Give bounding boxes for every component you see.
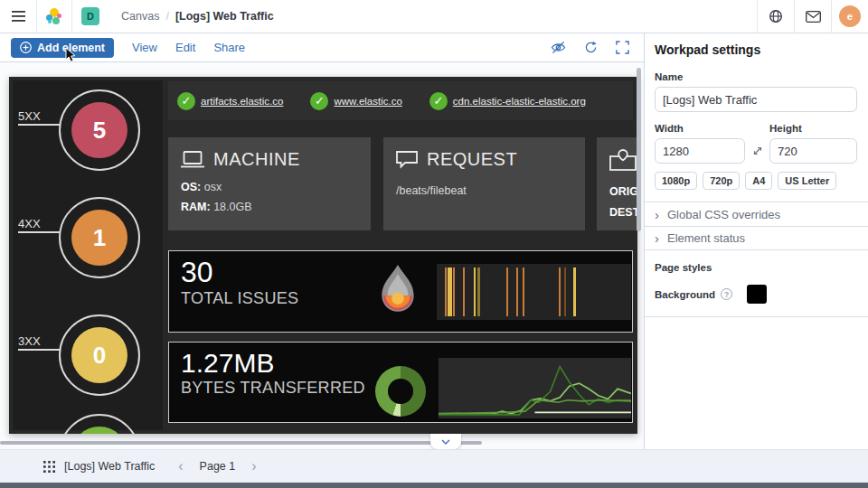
check-circle-icon: ✓ (310, 92, 328, 110)
request-path: /beats/filebeat (396, 182, 572, 202)
request-title: REQUEST (427, 149, 517, 170)
page-manager-bar: [Logs] Web Traffic ‹ Page 1 › (0, 449, 868, 483)
width-input[interactable] (655, 138, 745, 164)
flame-icon (379, 265, 417, 315)
preset-a4-button[interactable]: A4 (745, 172, 772, 190)
height-input[interactable] (769, 138, 857, 164)
check-circle-icon: ✓ (429, 92, 448, 110)
previous-page-button[interactable]: ‹ (178, 459, 183, 474)
width-label: Width (655, 123, 769, 134)
mail-icon (806, 11, 821, 23)
gauge-4xx[interactable]: 1 (71, 210, 127, 266)
breadcrumb-canvas-link[interactable]: Canvas (121, 10, 159, 23)
global-css-overrides-accordion[interactable]: › Global CSS overrides (645, 202, 868, 226)
background-setting-row: Background ? (655, 285, 857, 304)
horizontal-scrollbar-thumb[interactable] (0, 441, 482, 445)
check-circle-icon: ✓ (177, 92, 195, 110)
preset-1080p-button[interactable]: 1080p (655, 172, 697, 190)
preset-720p-button[interactable]: 720p (703, 172, 740, 190)
domain-label: artifacts.elastic.co (201, 96, 283, 107)
domain-badge[interactable]: ✓ www.elastic.co (310, 92, 401, 110)
menu-edit[interactable]: Edit (175, 41, 195, 54)
workpad-name-input[interactable] (655, 87, 857, 112)
window-bottom-strip (0, 483, 868, 488)
toolbar-collapse-tab[interactable] (430, 434, 461, 449)
total-issues-panel[interactable]: 30 TOTAL ISSUES (168, 250, 633, 333)
gauge-3xx[interactable]: 0 (71, 327, 127, 383)
canvas-toolbar: Add element View Edit Share (0, 33, 644, 62)
sidebar-divider (645, 316, 868, 317)
toolbar-right-icons (551, 41, 629, 54)
total-issues-label: TOTAL ISSUES (181, 289, 298, 308)
domain-badge[interactable]: ✓ artifacts.elastic.co (177, 92, 283, 110)
menu-share[interactable]: Share (213, 41, 245, 54)
space-switcher-button[interactable]: D (72, 0, 108, 33)
bytes-donut-chart (375, 366, 426, 417)
refresh-button[interactable] (584, 41, 598, 54)
gauge-label-5xx: 5XX (18, 109, 61, 126)
settings-accordions: › Global CSS overrides › Element status (655, 202, 857, 250)
vertical-scrollbar-thumb[interactable] (637, 68, 641, 231)
machine-title: MACHINE (213, 149, 300, 170)
bytes-metric: 1.27MB BYTES TRANSFERRED (181, 348, 365, 398)
workpad-settings-panel: Workpad settings Name Width Height 1080p… (644, 33, 868, 449)
swap-dimensions-button[interactable] (745, 145, 769, 156)
domain-status-strip: ✓ artifacts.elastic.co ✓ www.elastic.co … (168, 81, 633, 120)
canvas-workspace: 5XX 5 4XX 1 3XX 0 ✓ artifacts.elastic.co… (0, 62, 644, 449)
workpad-page[interactable]: 5XX 5 4XX 1 3XX 0 ✓ artifacts.elastic.co… (9, 77, 637, 434)
bytes-value: 1.27MB (181, 348, 365, 378)
globe-icon (769, 9, 783, 23)
elastic-logo-icon (46, 8, 62, 24)
name-label: Name (655, 71, 857, 82)
geo-panel[interactable]: ORIG DEST (597, 137, 637, 230)
add-element-button[interactable]: Add element (11, 38, 114, 58)
mouse-cursor (65, 47, 77, 63)
global-css-overrides-label: Global CSS overrides (667, 208, 780, 221)
gauge-5xx[interactable]: 5 (71, 102, 127, 158)
mail-button[interactable] (795, 0, 831, 33)
geo-labels: ORIG DEST (609, 182, 637, 222)
element-status-accordion[interactable]: › Element status (645, 226, 868, 250)
bytes-label: BYTES TRANSFERRED (181, 379, 365, 398)
breadcrumb-current-page: [Logs] Web Traffic (175, 10, 274, 23)
user-avatar-button[interactable]: e (832, 0, 868, 33)
dimension-inputs (655, 138, 857, 164)
breadcrumb-separator: / (165, 10, 168, 23)
menu-view[interactable]: View (132, 41, 157, 54)
swap-arrows-icon (752, 145, 763, 156)
laptop-icon (181, 151, 204, 168)
chevron-right-icon: › (655, 208, 659, 221)
elastic-logo-button[interactable] (37, 0, 71, 33)
element-status-label: Element status (667, 231, 745, 245)
background-label: Background (655, 289, 715, 300)
preset-us-letter-button[interactable]: US Letter (778, 172, 836, 190)
current-page-label[interactable]: Page 1 (200, 460, 236, 473)
globe-menu-button[interactable] (758, 0, 794, 33)
dimension-labels: Width Height (655, 123, 857, 134)
hamburger-menu-button[interactable] (0, 0, 36, 33)
map-pin-icon (609, 149, 637, 171)
domain-label: cdn.elastic-elastic-elastic.org (453, 96, 586, 107)
page-styles-title: Page styles (655, 262, 857, 273)
total-issues-metric: 30 TOTAL ISSUES (181, 257, 298, 308)
background-color-swatch[interactable] (747, 285, 767, 304)
gauge-label-3xx: 3XX (18, 334, 61, 351)
bytes-transferred-panel[interactable]: 1.27MB BYTES TRANSFERRED (168, 342, 633, 423)
chevron-right-icon: › (655, 231, 659, 245)
domain-badge[interactable]: ✓ cdn.elastic-elastic-elastic.org (429, 92, 586, 110)
fullscreen-button[interactable] (616, 41, 629, 54)
page-grid-icon[interactable] (43, 461, 55, 473)
bytes-line-chart (439, 358, 631, 418)
machine-details: OS: osx RAM: 18.0GB (181, 178, 358, 218)
hide-editing-controls-button[interactable] (551, 41, 566, 54)
donut-hole (388, 379, 413, 404)
request-panel[interactable]: REQUEST /beats/filebeat (383, 137, 585, 230)
space-badge: D (81, 7, 99, 25)
size-presets: 1080p 720p A4 US Letter (655, 172, 857, 190)
speech-bubble-icon (396, 151, 418, 169)
workpad-name-label: [Logs] Web Traffic (64, 460, 155, 473)
next-page-button[interactable]: › (251, 459, 256, 474)
machine-panel[interactable]: MACHINE OS: osx RAM: 18.0GB (168, 137, 371, 230)
help-icon[interactable]: ? (721, 288, 732, 300)
chevron-down-icon (441, 439, 450, 445)
